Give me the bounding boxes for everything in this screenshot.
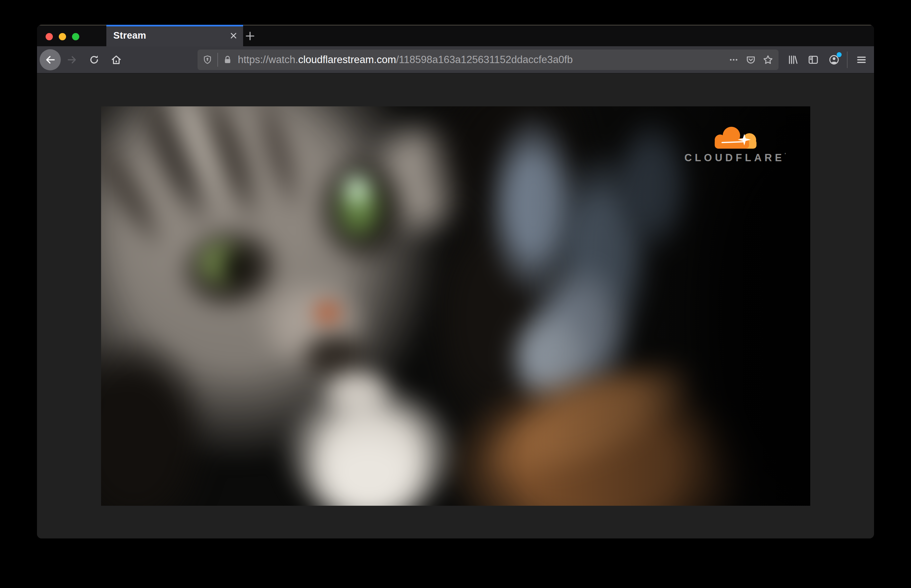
navigation-toolbar: https://watch.cloudflarestream.com/11859… xyxy=(37,46,874,73)
forward-button[interactable] xyxy=(66,54,78,65)
page-content: CLOUDFLARE' xyxy=(37,73,874,538)
forward-icon xyxy=(66,54,78,65)
close-icon[interactable] xyxy=(228,30,239,41)
tab-title: Stream xyxy=(113,30,146,41)
url-text: https://watch.cloudflarestream.com/11859… xyxy=(238,54,573,66)
home-button[interactable] xyxy=(111,54,122,65)
new-tab-icon[interactable] xyxy=(242,28,258,44)
url-path: /118598a163a125631152ddaccfe3a0fb xyxy=(396,54,573,65)
url-bar[interactable]: https://watch.cloudflarestream.com/11859… xyxy=(197,50,779,70)
cloudflare-logo-mark: ' xyxy=(785,152,786,157)
urlbar-divider xyxy=(217,53,218,67)
cloudflare-logo-text: CLOUDFLARE' xyxy=(681,152,790,164)
toolbar-divider xyxy=(847,52,848,68)
tab-stream[interactable]: Stream xyxy=(107,25,243,46)
tab-bar: Stream xyxy=(37,25,874,46)
cloudflare-cloud-icon xyxy=(709,125,761,149)
cloudflare-logo: CLOUDFLARE' xyxy=(681,125,790,164)
notification-dot xyxy=(837,52,842,57)
traffic-lights xyxy=(37,26,107,46)
bookmark-star-icon[interactable] xyxy=(759,52,777,67)
account-icon[interactable] xyxy=(829,54,840,65)
library-icon[interactable] xyxy=(787,54,798,65)
pocket-icon[interactable] xyxy=(742,52,759,67)
reload-icon xyxy=(89,54,100,65)
lock-icon[interactable] xyxy=(222,52,233,67)
sidebar-icon[interactable] xyxy=(808,54,819,65)
shield-icon[interactable] xyxy=(201,52,214,67)
url-scheme-host: https://watch. xyxy=(238,54,298,65)
menu-icon[interactable] xyxy=(856,54,867,65)
browser-window: Stream xyxy=(37,25,874,538)
url-domain: cloudflarestream.com xyxy=(298,54,396,65)
traffic-zoom-icon[interactable] xyxy=(72,33,79,40)
traffic-close-icon[interactable] xyxy=(45,33,53,40)
page-actions-icon[interactable] xyxy=(725,52,742,67)
reload-button[interactable] xyxy=(89,54,100,65)
back-icon xyxy=(44,54,56,66)
video-player[interactable]: CLOUDFLARE' xyxy=(101,107,810,506)
home-icon xyxy=(111,54,122,65)
video-vignette xyxy=(101,107,810,506)
back-button[interactable] xyxy=(40,49,61,70)
screen: Stream xyxy=(0,0,911,588)
traffic-minimize-icon[interactable] xyxy=(59,33,66,40)
